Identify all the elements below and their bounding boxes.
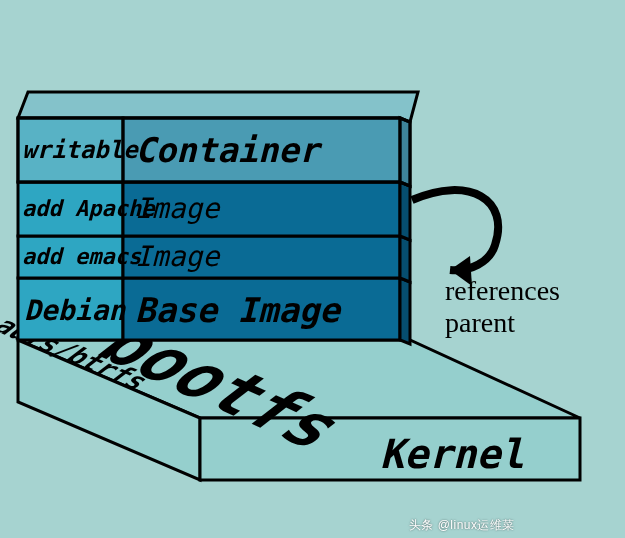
layer-emacs: add emacs Image <box>18 236 410 282</box>
references-parent-arrow: references parent <box>412 190 560 338</box>
layer-container: writable Container <box>18 92 418 186</box>
arrow-label-line2: parent <box>445 307 515 338</box>
svg-marker-16 <box>400 118 410 186</box>
layer-emacs-left: add emacs <box>22 244 142 269</box>
layer-base-right: Base Image <box>135 290 342 330</box>
layer-apache-right: Image <box>135 192 221 225</box>
layer-container-right: Container <box>135 130 323 170</box>
watermark: 头条 @linux运维菜 <box>409 517 515 534</box>
svg-marker-11 <box>400 182 410 240</box>
layer-base: Debian Base Image <box>18 278 410 344</box>
arrow-label-line1: references <box>445 275 560 306</box>
layer-base-left: Debian <box>24 294 126 327</box>
layer-container-left: writable <box>22 136 139 164</box>
docker-layers-diagram: lxc, aufs/btrfs bootfs Kernel Debian Bas… <box>0 0 625 538</box>
svg-marker-5 <box>400 278 410 344</box>
svg-marker-8 <box>400 236 410 282</box>
layer-apache: add Apache Image <box>18 182 410 240</box>
layer-emacs-right: Image <box>135 240 221 273</box>
platform-right-label: Kernel <box>380 431 525 477</box>
